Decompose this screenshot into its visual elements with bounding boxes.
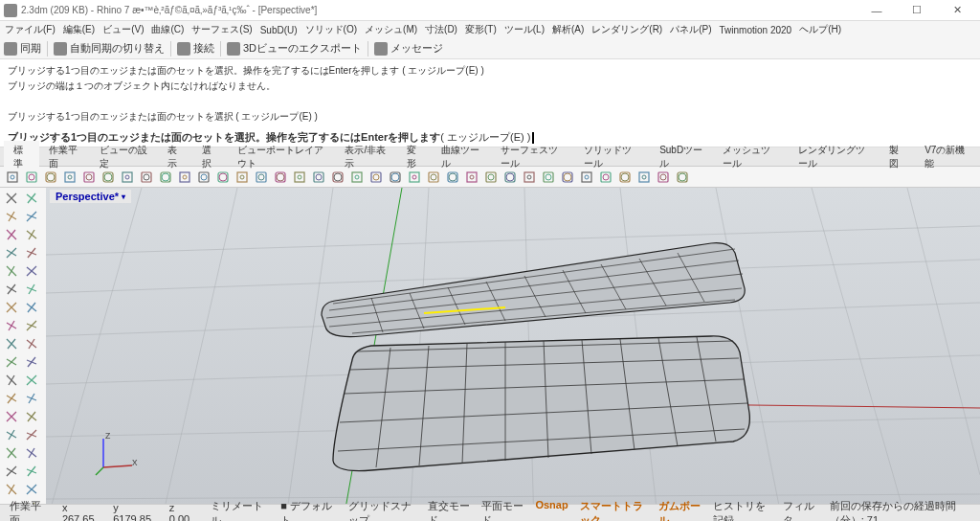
toolbar-icon[interactable] <box>597 169 614 186</box>
toolbar-icon[interactable] <box>635 169 653 186</box>
menu-item[interactable]: ヘルプ(H) <box>796 22 844 37</box>
toolbar-icon[interactable] <box>234 169 251 186</box>
menu-item[interactable]: 変形(T) <box>462 22 500 37</box>
tool-icon[interactable] <box>22 190 41 207</box>
tool-icon[interactable] <box>2 372 21 389</box>
toolbar-icon[interactable] <box>157 169 174 186</box>
tool-icon[interactable] <box>22 262 41 280</box>
toolbar-item-sync[interactable]: 同期 <box>4 41 41 56</box>
toolbar-icon[interactable] <box>138 169 155 186</box>
tool-icon[interactable] <box>2 317 21 334</box>
toolbar-icon[interactable] <box>444 169 461 186</box>
toolbar-tab[interactable]: メッシュツール <box>713 141 789 173</box>
tool-icon[interactable] <box>22 408 41 425</box>
menu-item[interactable]: サーフェス(S) <box>189 22 255 37</box>
toolbar-icon[interactable] <box>655 169 672 186</box>
toolbar-icon[interactable] <box>61 169 78 186</box>
menu-item[interactable]: Twinmotion 2020 <box>717 24 795 36</box>
tool-icon[interactable] <box>2 190 21 207</box>
toolbar-icon[interactable] <box>272 169 289 186</box>
tool-icon[interactable] <box>2 208 21 225</box>
toolbar-icon[interactable] <box>329 169 346 186</box>
menu-item[interactable]: ソリッド(O) <box>302 22 360 37</box>
toolbar-icon[interactable] <box>674 169 691 186</box>
toolbar-icon[interactable] <box>387 169 404 186</box>
tool-icon[interactable] <box>2 481 21 498</box>
menu-item[interactable]: 解析(A) <box>549 22 587 37</box>
toolbar-icon[interactable] <box>540 169 557 186</box>
toolbar-item-msg[interactable]: メッセージ <box>374 41 443 56</box>
menu-item[interactable]: ファイル(F) <box>2 22 58 37</box>
toolbar-tab[interactable]: レンダリングツール <box>789 141 880 173</box>
toolbar-icon[interactable] <box>616 169 634 186</box>
toolbar-icon[interactable] <box>368 169 385 186</box>
tool-icon[interactable] <box>22 353 41 371</box>
toolbar-tab[interactable]: 製図 <box>880 141 915 173</box>
tool-icon[interactable] <box>2 299 21 316</box>
toolbar-icon[interactable] <box>176 169 193 186</box>
toolbar-icon[interactable] <box>521 169 538 186</box>
tool-icon[interactable] <box>2 335 21 352</box>
toolbar-icon[interactable] <box>578 169 595 186</box>
tool-icon[interactable] <box>2 226 21 243</box>
status-toggle[interactable]: 直交モード <box>425 499 473 522</box>
toolbar-icon[interactable] <box>501 169 519 186</box>
menu-item[interactable]: SubD(U) <box>257 24 301 36</box>
menu-item[interactable]: 編集(E) <box>60 22 98 37</box>
toolbar-icon[interactable] <box>348 169 366 186</box>
menu-item[interactable]: パネル(P) <box>667 22 714 37</box>
toolbar-icon[interactable] <box>482 169 500 186</box>
toolbar-icon[interactable] <box>100 169 117 186</box>
tool-icon[interactable] <box>22 390 41 407</box>
tool-icon[interactable] <box>22 208 41 225</box>
toolbar-icon[interactable] <box>195 169 212 186</box>
toolbar-icon[interactable] <box>425 169 442 186</box>
status-toggle[interactable]: Osnap <box>532 499 570 522</box>
tool-icon[interactable] <box>22 335 41 352</box>
tool-icon[interactable] <box>22 244 41 261</box>
toolbar-icon[interactable] <box>23 169 40 186</box>
status-toggle[interactable]: ガムボール <box>656 499 703 522</box>
tool-icon[interactable] <box>2 390 21 407</box>
toolbar-icon[interactable] <box>42 169 59 186</box>
tool-icon[interactable] <box>22 317 41 334</box>
status-layer[interactable]: ■ デフォルト <box>277 499 336 522</box>
tool-icon[interactable] <box>22 426 41 443</box>
status-toggle[interactable]: スマートトラック <box>577 499 651 522</box>
maximize-button[interactable]: ☐ <box>898 1 936 20</box>
menu-item[interactable]: レンダリング(R) <box>589 22 665 37</box>
toolbar-item-export[interactable]: 3Dビューのエクスポート <box>227 41 362 56</box>
tool-icon[interactable] <box>22 463 41 480</box>
toolbar-icon[interactable] <box>291 169 308 186</box>
toolbar-icon[interactable] <box>310 169 327 186</box>
menu-item[interactable]: 寸法(D) <box>422 22 460 37</box>
toolbar-icon[interactable] <box>406 169 423 186</box>
close-button[interactable]: ✕ <box>938 1 976 20</box>
toolbar-icon[interactable] <box>253 169 270 186</box>
toolbar-item-link[interactable]: 接続 <box>177 41 214 56</box>
tool-icon[interactable] <box>2 444 21 462</box>
toolbar-icon[interactable] <box>80 169 98 186</box>
viewport[interactable]: Perspective* <box>46 188 980 521</box>
tool-icon[interactable] <box>22 444 41 462</box>
toolbar-item-autosync[interactable]: 自動同期の切り替え <box>54 41 165 56</box>
toolbar-icon[interactable] <box>119 169 136 186</box>
tool-icon[interactable] <box>2 244 21 261</box>
menu-item[interactable]: ビュー(V) <box>100 22 146 37</box>
tool-icon[interactable] <box>2 281 21 298</box>
status-toggle[interactable]: グリッドスナップ <box>345 499 419 522</box>
toolbar-icon[interactable] <box>4 169 21 186</box>
tool-icon[interactable] <box>2 463 21 480</box>
status-toggle[interactable]: フィルタ <box>780 499 819 522</box>
tool-icon[interactable] <box>22 299 41 316</box>
minimize-button[interactable]: ― <box>858 1 896 20</box>
tool-icon[interactable] <box>22 226 41 243</box>
tool-icon[interactable] <box>22 481 41 498</box>
menu-item[interactable]: 曲線(C) <box>148 22 187 37</box>
toolbar-icon[interactable] <box>463 169 480 186</box>
status-cplane[interactable]: 作業平面 <box>6 499 49 522</box>
toolbar-tab[interactable]: V7の新機能 <box>915 141 976 173</box>
status-units[interactable]: ミリメートル <box>207 499 267 522</box>
toolbar-icon[interactable] <box>559 169 576 186</box>
tool-icon[interactable] <box>2 353 21 371</box>
